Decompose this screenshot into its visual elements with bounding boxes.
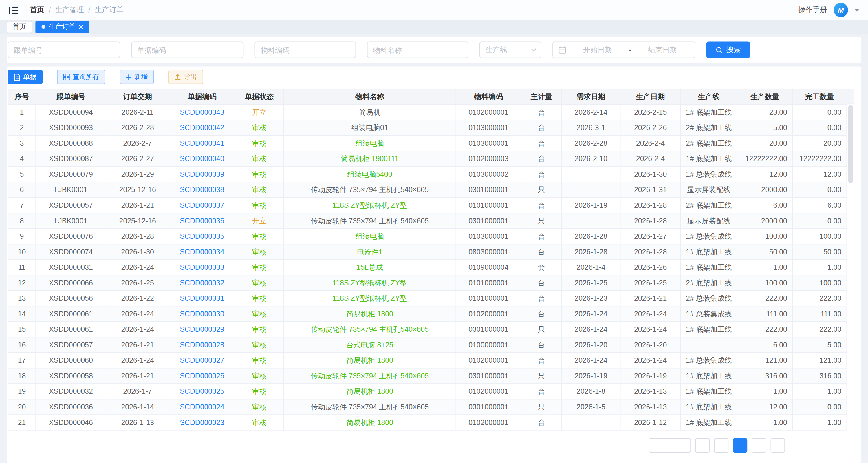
cell-status: 审核 [235, 151, 284, 167]
cell-follow_no: LJBK0001 [36, 182, 106, 198]
cell-doc_code[interactable]: SCDD000036 [169, 213, 235, 229]
导出-button[interactable]: 导出 [168, 70, 203, 84]
查询所有-button[interactable]: 查询所有 [57, 70, 105, 84]
table-row[interactable]: 12XSDD0000662026-1-25SCDD000032审核118S ZY… [8, 275, 847, 291]
cell-follow_no: XSDD000076 [36, 229, 106, 244]
table-row[interactable]: 3XSDD0000882026-2-7SCDD000041审核组装电脑01030… [8, 135, 847, 151]
cell-qty: 111.00 [737, 306, 793, 322]
orders-table-wrap: 序号跟单编号订单交期单据编码单据状态物料名称物料编码主计量需求日期生产日期生产线… [8, 89, 854, 431]
table-row[interactable]: 7XSDD0000572026-1-21SCDD000037审核118S ZY型… [8, 198, 847, 213]
follow-order-no-input[interactable] [8, 41, 120, 58]
table-row[interactable]: 15XSDD0000612026-1-24SCDD000029审核传动皮轮件 7… [8, 322, 847, 337]
cell-qty: 12.00 [737, 167, 793, 182]
新增-button[interactable]: 新增 [120, 70, 154, 84]
cell-follow_no: XSDD000056 [36, 291, 106, 306]
tab-生产订单[interactable]: 生产订单 [35, 21, 89, 33]
cell-doc_code[interactable]: SCDD000028 [169, 337, 235, 353]
cell-doc_code[interactable]: SCDD000023 [169, 415, 235, 430]
cell-doc_code[interactable]: SCDD000039 [169, 167, 235, 182]
table-row[interactable]: 9XSDD0000762026-1-28SCDD000035审核组装电脑0103… [8, 229, 847, 244]
doc-code-input[interactable] [131, 41, 244, 58]
material-code-input[interactable] [255, 41, 356, 58]
cell-doc_code[interactable]: SCDD000034 [169, 244, 235, 260]
table-row[interactable]: 19XSDD0000322026-1-7SCDD000025审核简易机柜 180… [8, 384, 847, 399]
button-label: 新增 [135, 73, 148, 82]
prev-page-button[interactable] [695, 438, 710, 453]
cell-unit: 台 [521, 415, 562, 430]
tab-首页[interactable]: 首页 [7, 21, 32, 33]
cell-delivery: 2026-1-24 [106, 353, 169, 368]
table-row[interactable]: 1XSDD0000942026-2-11SCDD000043开立简易机01020… [8, 104, 847, 120]
page-button[interactable] [714, 438, 728, 453]
cell-line: 1# 底架加工线 [681, 151, 737, 167]
cell-follow_no: LJBK0001 [36, 213, 106, 229]
cell-doc_code[interactable]: SCDD000043 [169, 104, 235, 120]
scrollbar-thumb[interactable] [848, 105, 853, 183]
table-row[interactable]: 21XSDD0000462026-1-13SCDD000023审核简易机柜 18… [8, 415, 847, 430]
table-scrollbar[interactable] [848, 105, 853, 440]
table-row[interactable]: 13XSDD0000562026-1-22SCDD000031审核118S ZY… [8, 291, 847, 306]
单据-button[interactable]: 单据 [8, 70, 42, 84]
table-body: 1XSDD0000942026-2-11SCDD000043开立简易机01020… [8, 104, 847, 430]
table-row[interactable]: 17XSDD0000602026-1-24SCDD000027审核简易机柜 18… [8, 353, 847, 368]
cell-doc_code[interactable]: SCDD000037 [169, 198, 235, 213]
cell-doc_code[interactable]: SCDD000027 [169, 353, 235, 368]
cell-doc_code[interactable]: SCDD000029 [169, 322, 235, 337]
start-date-placeholder[interactable]: 开始日期 [571, 45, 624, 55]
cell-prod_date: 2026-2-15 [620, 104, 680, 120]
cell-line: 显示屏装配线 [681, 182, 737, 198]
production-line-select[interactable]: 生产线 [479, 41, 541, 58]
cell-qty: 316.00 [737, 368, 793, 384]
table-row[interactable]: 20XSDD0000362026-1-14SCDD000024审核传动皮轮件 7… [8, 399, 847, 415]
cell-doc_code[interactable]: SCDD000024 [169, 399, 235, 415]
cell-doc_code[interactable]: SCDD000030 [169, 306, 235, 322]
table-row[interactable]: 2XSDD0000932026-2-28SCDD000042审核组装电脑0101… [8, 120, 847, 136]
cell-doc_code[interactable]: SCDD000040 [169, 151, 235, 167]
breadcrumb-item[interactable]: 首页 [30, 5, 44, 15]
cell-material_code: 0301000001 [456, 399, 521, 415]
col-header-0: 序号 [8, 89, 36, 105]
cell-doc_code[interactable]: SCDD000025 [169, 384, 235, 399]
page-button[interactable] [752, 438, 766, 453]
cell-doc_code[interactable]: SCDD000031 [169, 291, 235, 306]
breadcrumb-item[interactable]: 生产订单 [95, 5, 123, 15]
manual-link[interactable]: 操作手册 [798, 5, 827, 15]
avatar[interactable]: M [834, 3, 848, 18]
table-row[interactable]: 16XSDD0000572026-1-21SCDD000028审核台式电脑 8+… [8, 337, 847, 353]
table-row[interactable]: 11XSDD0000312026-1-24SCDD000033审核15L总成01… [8, 260, 847, 275]
table-row[interactable]: 10XSDD0000742026-1-30SCDD000034审核电器件1080… [8, 244, 847, 260]
table-row[interactable]: 14XSDD0000612026-1-24SCDD000030审核简易机柜 18… [8, 306, 847, 322]
cell-no: 3 [8, 135, 36, 151]
cell-delivery: 2026-2-7 [106, 135, 169, 151]
cell-material: 传动皮轮件 735×794 主机孔540×605 [284, 322, 456, 337]
material-name-input[interactable] [367, 41, 468, 58]
search-button[interactable]: 搜索 [707, 41, 750, 58]
search-button-label: 搜索 [726, 45, 741, 55]
cell-doc_code[interactable]: SCDD000032 [169, 275, 235, 291]
table-row[interactable]: 8LJBK00012025-12-16SCDD000036开立传动皮轮件 735… [8, 213, 847, 229]
table-row[interactable]: 18XSDD0000582026-1-21SCDD000026审核传动皮轮件 7… [8, 368, 847, 384]
chevron-down-icon[interactable] [855, 9, 859, 11]
table-row[interactable]: 4XSDD0000872026-2-27SCDD000040审核简易机柜 190… [8, 151, 847, 167]
cell-follow_no: XSDD000066 [36, 275, 106, 291]
cell-delivery: 2026-2-11 [106, 104, 169, 120]
table-row[interactable]: 6LJBK00012025-12-16SCDD000038审核传动皮轮件 735… [8, 182, 847, 198]
cell-doc_code[interactable]: SCDD000038 [169, 182, 235, 198]
cell-qty: 1.00 [737, 415, 793, 430]
cell-doc_code[interactable]: SCDD000033 [169, 260, 235, 275]
cell-doc_code[interactable]: SCDD000042 [169, 120, 235, 136]
breadcrumb-item[interactable]: 生产管理 [55, 5, 84, 15]
date-range-picker[interactable]: 开始日期 - 结束日期 [552, 41, 695, 58]
sidebar-toggle-icon[interactable] [9, 5, 19, 15]
cell-doc_code[interactable]: SCDD000026 [169, 368, 235, 384]
page-size-select[interactable] [649, 438, 691, 453]
cell-qty: 1.00 [737, 260, 793, 275]
next-page-button[interactable] [771, 438, 785, 453]
cell-doc_code[interactable]: SCDD000041 [169, 135, 235, 151]
cell-done: 6.00 [793, 198, 846, 213]
table-row[interactable]: 5XSDD0000792026-1-29SCDD000039审核组装电脑5400… [8, 167, 847, 182]
current-page-button[interactable] [733, 438, 747, 453]
close-icon[interactable] [79, 25, 83, 29]
end-date-placeholder[interactable]: 结束日期 [636, 45, 689, 55]
cell-doc_code[interactable]: SCDD000035 [169, 229, 235, 244]
